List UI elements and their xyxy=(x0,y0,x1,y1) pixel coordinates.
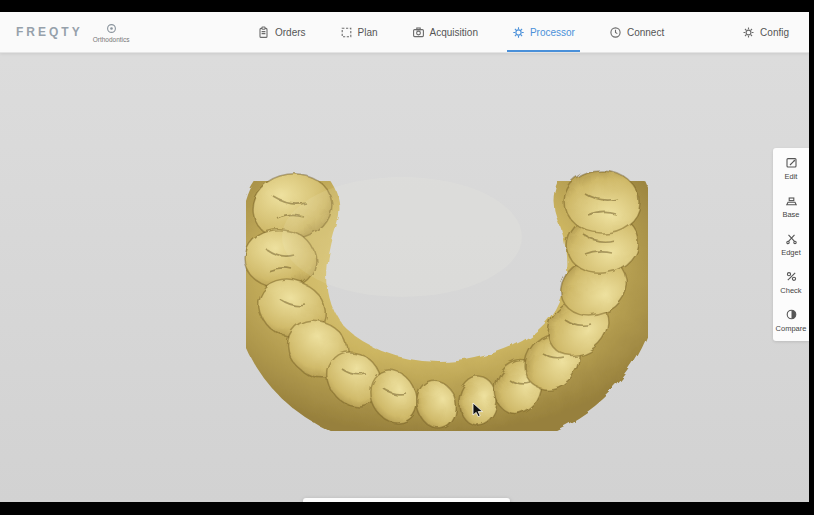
nav-label: Orders xyxy=(275,27,306,38)
tool-label: Check xyxy=(780,286,801,295)
logo-text: FREQTY xyxy=(16,25,83,39)
nav-label: Connect xyxy=(627,27,664,38)
nav-processor[interactable]: Processor xyxy=(507,12,580,52)
acquisition-icon xyxy=(412,26,425,39)
compare-icon xyxy=(785,308,798,321)
check-accuracy-icon xyxy=(785,270,798,283)
dental-model xyxy=(222,147,672,461)
nav-connect[interactable]: Connect xyxy=(604,12,669,52)
config-gear-icon xyxy=(742,26,755,39)
orthodontics-icon xyxy=(105,22,118,35)
main-nav: Orders Plan Acquisition Processor xyxy=(252,12,669,52)
tool-compare[interactable]: Compare xyxy=(773,308,809,333)
letterbox-right xyxy=(809,0,814,515)
app-logo: FREQTY Orthodontics xyxy=(16,12,130,52)
nav-label: Plan xyxy=(358,27,378,38)
tool-check[interactable]: Check xyxy=(773,270,809,295)
orders-icon xyxy=(257,26,270,39)
model-viewport[interactable]: Edit Base Edget Check xyxy=(0,52,809,502)
tool-label: Compare xyxy=(776,324,807,333)
plan-icon xyxy=(340,26,353,39)
app-window: FREQTY Orthodontics Orders Plan xyxy=(0,12,809,502)
trim-icon xyxy=(785,232,798,245)
logo-subbrand: Orthodontics xyxy=(93,22,130,43)
mouse-cursor-icon xyxy=(472,402,484,419)
logo-sub-label: Orthodontics xyxy=(93,36,130,43)
side-toolbar: Edit Base Edget Check xyxy=(773,148,809,341)
top-bar: FREQTY Orthodontics Orders Plan xyxy=(0,12,809,53)
connect-icon xyxy=(609,26,622,39)
edit-icon xyxy=(785,156,798,169)
config-button[interactable]: Config xyxy=(742,12,789,52)
tool-edget[interactable]: Edget xyxy=(773,232,809,257)
nav-orders[interactable]: Orders xyxy=(252,12,311,52)
nav-label: Processor xyxy=(530,27,575,38)
nav-acquisition[interactable]: Acquisition xyxy=(407,12,483,52)
processor-icon xyxy=(512,26,525,39)
nav-plan[interactable]: Plan xyxy=(335,12,383,52)
tool-label: Edget xyxy=(781,248,801,257)
tool-label: Base xyxy=(782,210,799,219)
nav-label: Acquisition xyxy=(430,27,478,38)
letterbox-top xyxy=(0,0,814,12)
tool-base[interactable]: Base xyxy=(773,194,809,219)
tool-edit[interactable]: Edit xyxy=(773,156,809,181)
letterbox-bottom xyxy=(0,502,814,515)
base-icon xyxy=(785,194,798,207)
tool-label: Edit xyxy=(785,172,798,181)
config-label: Config xyxy=(760,27,789,38)
